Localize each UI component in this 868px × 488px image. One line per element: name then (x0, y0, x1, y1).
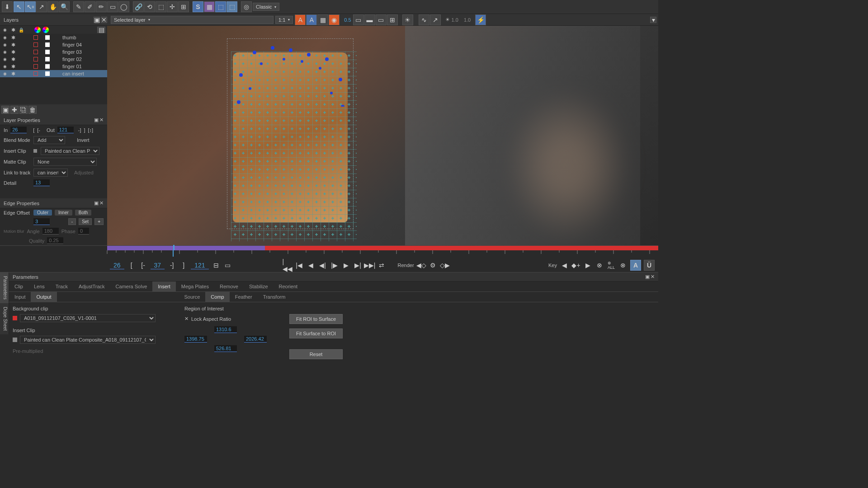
minus-button[interactable]: - (68, 218, 76, 225)
bracket-out2-icon[interactable]: ] (84, 127, 85, 133)
brightness-icon[interactable]: ☀ (402, 14, 413, 25)
lock-aspect-label[interactable]: Lock Aspect Ratio (191, 316, 231, 322)
spline-swatch[interactable] (33, 42, 38, 47)
bracket-in-icon[interactable]: [ (33, 127, 34, 133)
tab-clip[interactable]: Clip (9, 282, 28, 291)
tab-camerasolve[interactable]: Camera Solve (110, 282, 153, 291)
loop-icon[interactable]: ⇄ (377, 261, 386, 270)
group-layer-icon[interactable]: ▣ (1, 106, 9, 114)
eye-icon[interactable] (2, 49, 8, 55)
rotate-tool[interactable]: ⟲ (144, 1, 155, 12)
set-button[interactable]: Set (79, 218, 92, 225)
roi-right-field[interactable] (244, 336, 267, 343)
render-settings-icon[interactable]: ⚙ (429, 261, 438, 270)
visibility-column-icon[interactable] (2, 27, 8, 33)
spline-tool-2[interactable]: ✐ (85, 1, 95, 12)
circle-tool[interactable]: ◯ (118, 1, 129, 12)
plus-button[interactable]: + (94, 218, 104, 225)
gear-icon[interactable] (10, 56, 16, 62)
bg-clip-select[interactable]: A018_09112107_C026_V1-0001 (20, 314, 156, 322)
layer-row[interactable]: finger 02 (0, 56, 107, 63)
link-track-select[interactable]: can insert (33, 169, 68, 177)
both-button[interactable]: Both (75, 210, 92, 216)
new-layer-icon[interactable]: ✚ (10, 106, 19, 114)
flash-icon[interactable]: ⚡ (475, 14, 486, 25)
set-out-minus-icon[interactable]: -] (167, 261, 176, 270)
spline-swatch[interactable] (33, 57, 38, 61)
lock-aspect-close-icon[interactable]: ✕ (184, 316, 189, 322)
opacity-value[interactable]: 0.5 (344, 17, 351, 23)
layer-row[interactable]: finger 03 (0, 48, 107, 56)
eye-icon[interactable] (2, 56, 8, 62)
bracket-in2-icon[interactable]: [- (37, 127, 40, 133)
dock-icon[interactable]: ▣ (94, 200, 99, 206)
current-frame-display[interactable]: 37 (151, 262, 165, 269)
s-tool[interactable]: S (193, 1, 203, 12)
reset-button[interactable]: Reset (289, 349, 343, 359)
bracket-toggle-icon[interactable]: [↕] (88, 127, 94, 133)
target-icon[interactable]: ◎ (241, 1, 252, 12)
layer-row[interactable]: finger 04 (0, 41, 107, 48)
premult-checkbox[interactable]: Pre-multiplied (13, 348, 166, 354)
gear-icon[interactable] (10, 49, 16, 55)
step-back-icon[interactable]: ◀| (318, 261, 327, 270)
grid-purple-tool[interactable]: ▦ (204, 1, 215, 12)
set-in-icon[interactable]: [ (127, 261, 136, 270)
close-icon[interactable]: ✕ (651, 274, 655, 280)
selection-tool[interactable]: ⬚ (226, 1, 237, 12)
all-keys-icon[interactable]: ⊗ALL (607, 261, 616, 270)
gear-icon[interactable] (10, 34, 16, 41)
gear-icon[interactable] (10, 70, 16, 77)
spline-swatch[interactable] (33, 64, 38, 69)
duplicate-layer-icon[interactable]: ⿻ (19, 106, 28, 114)
eye-icon[interactable] (2, 63, 8, 70)
parameters-side-tab[interactable]: Parameters (0, 272, 9, 303)
inner-button[interactable]: Inner (55, 210, 72, 216)
last-frame-icon[interactable]: ▶▶| (365, 261, 374, 270)
play-icon[interactable]: ▶ (342, 261, 351, 270)
tab-stabilize[interactable]: Stabilize (244, 282, 274, 291)
lock-column-icon[interactable]: 🔒 (18, 27, 24, 33)
tab-reorient[interactable]: Reorient (274, 282, 303, 291)
curve-icon-2[interactable]: ↗ (430, 14, 441, 25)
roi-top-field[interactable] (214, 326, 237, 333)
delete-layer-icon[interactable]: 🗑 (28, 106, 37, 114)
roi-bottom-field[interactable] (214, 345, 237, 352)
move-tool[interactable]: ✢ (167, 1, 178, 12)
step-forward-icon[interactable]: |▶ (330, 261, 339, 270)
matte-swatch[interactable] (45, 64, 50, 69)
channel-icon-2[interactable]: ◉ (329, 14, 340, 25)
matte-swatch[interactable] (45, 35, 50, 40)
add-keyframe-icon[interactable]: ◆+ (571, 261, 580, 270)
set-in-minus-icon[interactable]: [- (139, 261, 148, 270)
gamma-value[interactable]: 1.0 (452, 17, 458, 23)
dock-icon[interactable]: ▣ (94, 117, 99, 123)
matte-clip-select[interactable]: None (33, 158, 97, 166)
spline-color-icon[interactable] (34, 27, 41, 33)
tab-megaplates[interactable]: Mega Plates (176, 282, 214, 291)
dope-sheet-side-tab[interactable]: Dope Sheet (0, 303, 9, 334)
spline-tool-1[interactable]: ✎ (73, 1, 84, 12)
detail-field[interactable] (33, 179, 50, 186)
tab-insert[interactable]: Insert (152, 282, 176, 291)
tab-lens[interactable]: Lens (28, 282, 50, 291)
subtab-comp[interactable]: Comp (205, 292, 229, 302)
select-b-tool[interactable]: ↖B (25, 1, 36, 12)
in-frame-display[interactable]: 26 (110, 262, 124, 269)
subtab-transform[interactable]: Transform (258, 292, 291, 302)
channel-a[interactable]: A (306, 14, 317, 25)
channel-icon-1[interactable]: ▦ (317, 14, 328, 25)
eye-icon[interactable] (2, 70, 8, 77)
curve-icon-1[interactable]: ∿ (419, 14, 429, 25)
tab-track[interactable]: Track (50, 282, 73, 291)
matte-swatch[interactable] (45, 50, 50, 54)
view-icon-2[interactable]: ▬ (364, 14, 375, 25)
eye-icon[interactable] (2, 42, 8, 48)
invert-button[interactable]: Invert (77, 137, 90, 143)
param-insert-clip-select[interactable]: Painted can Clean Plate Composite_A018_0… (20, 336, 156, 344)
fit-roi-button[interactable]: Fit ROI to Surface (289, 314, 343, 324)
subtab-output[interactable]: Output (31, 292, 57, 302)
link-tool[interactable]: 🔗 (133, 1, 144, 12)
fit-surface-button[interactable]: Fit Surface to ROI (289, 328, 343, 338)
spline-swatch[interactable] (33, 71, 38, 76)
